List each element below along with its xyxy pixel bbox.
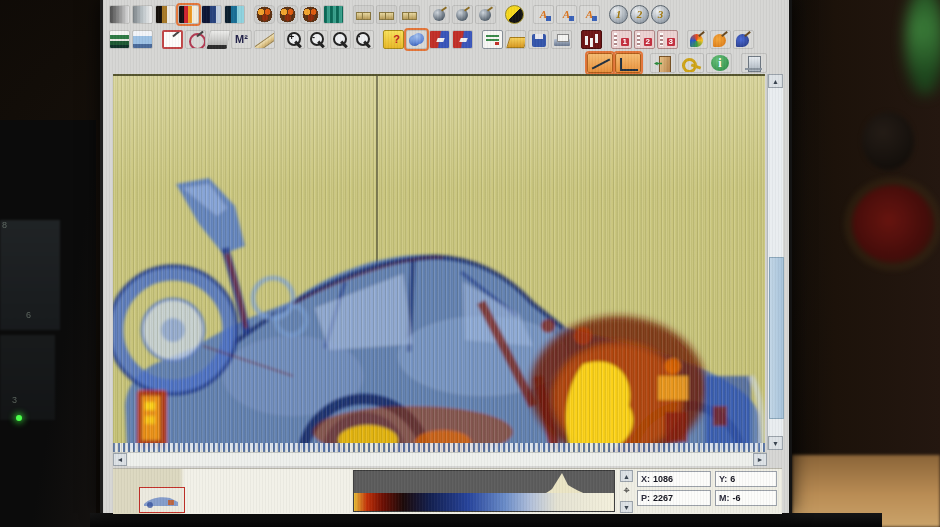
- preset-1[interactable]: 1: [609, 5, 628, 24]
- background-digit: 6: [26, 310, 31, 320]
- exit-logout[interactable]: [650, 53, 676, 73]
- y-coordinate-field: Y: 6: [715, 471, 777, 487]
- sphere-tool-3[interactable]: [475, 5, 496, 24]
- xray-image-viewport[interactable]: [113, 74, 765, 452]
- palette-orange-2[interactable]: [277, 5, 298, 24]
- scroll-down-button[interactable]: ▼: [768, 436, 783, 450]
- panel-settings[interactable]: [109, 30, 130, 49]
- m-value: -6: [733, 493, 741, 503]
- device-card[interactable]: [482, 30, 503, 49]
- material-link-2[interactable]: [376, 5, 397, 24]
- overview-thumbnail: [140, 488, 182, 510]
- status-up-button[interactable]: ▲: [620, 470, 633, 482]
- vertical-scroll-thumb[interactable]: [769, 257, 784, 419]
- p-value-field: P: 2267: [637, 490, 711, 506]
- material-link-3[interactable]: [399, 5, 420, 24]
- film-3[interactable]: 3: [657, 30, 678, 49]
- print[interactable]: [551, 30, 572, 49]
- display-navy[interactable]: [201, 5, 222, 24]
- overview-navigator-box[interactable]: [139, 487, 185, 513]
- area-measure[interactable]: M²: [231, 30, 252, 49]
- material-link-1[interactable]: [353, 5, 374, 24]
- palette-orange-3[interactable]: [300, 5, 321, 24]
- overview-panel: [113, 469, 351, 514]
- system-info[interactable]: [706, 53, 732, 73]
- p-label: P:: [641, 493, 650, 503]
- x-value: 1086: [653, 474, 673, 484]
- image-processing[interactable]: [406, 30, 427, 49]
- status-arrow-column: ▲ ⌖ ▼: [619, 469, 634, 514]
- panel-image[interactable]: [132, 30, 153, 49]
- palette-brush-multi[interactable]: [687, 30, 708, 49]
- workstation[interactable]: [741, 53, 767, 73]
- archive-in[interactable]: [429, 30, 450, 49]
- palette-orange-1[interactable]: [254, 5, 275, 24]
- background-digit: 3: [12, 395, 17, 405]
- y-label: Y:: [719, 474, 727, 484]
- toolbar-row-2: M²+-·123: [109, 28, 754, 50]
- histogram-view[interactable]: [581, 30, 602, 49]
- roi-rectangle[interactable]: [162, 30, 183, 49]
- zoom-reset[interactable]: [330, 30, 351, 49]
- annotate-a-2[interactable]: A: [556, 5, 577, 24]
- cursor-position-icon: ⌖: [619, 484, 634, 497]
- photo-of-xray-workstation: { "app": {"description": "vehicle x-ray …: [0, 0, 940, 527]
- sphere-tool-1[interactable]: [429, 5, 450, 24]
- preset-3[interactable]: 3: [651, 5, 670, 24]
- zoom-region[interactable]: ·: [353, 30, 374, 49]
- open-file[interactable]: [505, 30, 526, 49]
- palette-brush-blue[interactable]: [733, 30, 754, 49]
- x-coordinate-field: X: 1086: [637, 471, 711, 487]
- x-label: X:: [641, 474, 650, 484]
- background-monitor-panel: [0, 335, 55, 420]
- scroll-up-button[interactable]: ▲: [768, 74, 783, 88]
- m-value-field: M: -6: [715, 490, 777, 506]
- curve-linear[interactable]: [587, 53, 613, 73]
- preset-2[interactable]: 2: [630, 5, 649, 24]
- background-knob: [862, 112, 914, 170]
- coordinate-readout: X: 1086 Y: 6 P: 2267 M: -6: [637, 471, 780, 512]
- film-2[interactable]: 2: [634, 30, 655, 49]
- palette-brush-orange[interactable]: [710, 30, 731, 49]
- save-file[interactable]: [528, 30, 549, 49]
- scroll-left-button[interactable]: ◄: [113, 453, 127, 466]
- zoom-out[interactable]: -: [307, 30, 328, 49]
- background-digit: 8: [2, 220, 7, 230]
- sphere-tool-2[interactable]: [452, 5, 473, 24]
- lut-gradient-strip: [354, 493, 614, 511]
- vertical-scrollbar[interactable]: ▲ ▼: [767, 74, 783, 450]
- display-bands-dark[interactable]: [155, 5, 176, 24]
- annotate-a-3[interactable]: A: [579, 5, 600, 24]
- power-led: [16, 415, 22, 421]
- zoom-in[interactable]: +: [284, 30, 305, 49]
- toolbar-row-1: AAA123: [109, 3, 670, 25]
- film-1[interactable]: 1: [611, 30, 632, 49]
- display-color-bands[interactable]: [178, 5, 199, 24]
- status-down-button[interactable]: ▼: [620, 501, 633, 513]
- display-blue-teal[interactable]: [224, 5, 245, 24]
- crt-stripe-overlay: [113, 76, 765, 452]
- archive-out[interactable]: [452, 30, 473, 49]
- roi-ellipse[interactable]: [185, 30, 206, 49]
- annotate-a-1[interactable]: A: [533, 5, 554, 24]
- p-value: 2267: [653, 493, 673, 503]
- display-teal[interactable]: [323, 5, 344, 24]
- y-value: 6: [730, 474, 735, 484]
- horizontal-scrollbar[interactable]: ◄ ►: [113, 452, 767, 466]
- help-search[interactable]: [383, 30, 404, 49]
- display-gray-dark[interactable]: [109, 5, 130, 24]
- display-gray-light[interactable]: [132, 5, 153, 24]
- toolbar-row-3: [587, 52, 767, 73]
- monitor-bezel: [90, 513, 882, 527]
- scroll-right-button[interactable]: ►: [753, 453, 767, 466]
- histogram-lut-panel[interactable]: [353, 470, 615, 512]
- m-label: M:: [719, 493, 730, 503]
- wipe-tool[interactable]: [206, 30, 231, 49]
- background-monitor: 8 6 3: [0, 120, 96, 527]
- key-login[interactable]: [678, 53, 704, 73]
- bottom-panel: ▲ ⌖ ▼ X: 1086 Y: 6 P: 2267 M: -6: [113, 468, 782, 514]
- emergency-stop-button: [852, 185, 934, 263]
- invert-contrast[interactable]: [505, 5, 524, 24]
- ruler-measure[interactable]: [254, 30, 275, 49]
- curve-log[interactable]: [615, 53, 641, 73]
